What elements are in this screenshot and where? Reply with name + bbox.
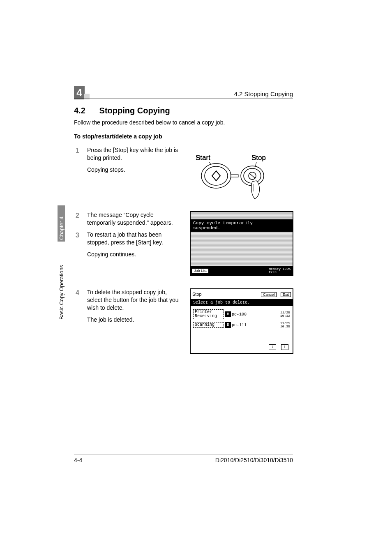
step-text: Copying stops.	[87, 166, 182, 174]
lcd-instruction: Select a job to delete.	[191, 299, 293, 306]
memory-value: 100%	[283, 267, 291, 271]
lcd-message: Copy cycle temporarily suspended.	[191, 219, 293, 232]
footer-rule	[74, 454, 293, 454]
lcd-title: Stop	[192, 292, 202, 297]
job-name: pc-111	[232, 323, 247, 327]
section-subheading: To stop/restart/delete a copy job	[74, 133, 162, 140]
step-text: The job is deleted.	[87, 316, 182, 324]
step-2: 2 The message “Copy cycle temporarily su…	[76, 211, 182, 227]
step-number: 3	[76, 231, 85, 240]
svg-point-1	[205, 166, 228, 185]
section-number: 4.2	[74, 106, 97, 115]
step-number: 4	[76, 288, 85, 297]
job-status-line: Scanning	[195, 323, 222, 327]
step-text: Copying continues.	[87, 251, 182, 258]
header-section-path: 4.2 Stopping Copying	[234, 90, 293, 97]
job-status: Scanning	[193, 322, 224, 328]
job-time: 10:32	[280, 314, 290, 318]
lcd-mid-hatch	[191, 232, 293, 266]
step-number: 1	[76, 146, 85, 155]
job-datetime: 11/25 10:32	[280, 311, 290, 318]
step-text: The message “Copy cycle temporarily susp…	[87, 211, 182, 227]
section-heading: 4.2 Stopping Copying	[74, 106, 170, 115]
start-button-label: Start	[196, 154, 210, 162]
job-datetime: 11/25 10:35	[280, 322, 290, 328]
chapter-number: 4	[74, 86, 85, 99]
job-type-icon: B	[225, 311, 231, 317]
memory-indicator: Memory 100% Free	[268, 267, 291, 274]
list-separator	[193, 340, 290, 340]
job-time: 10:35	[280, 325, 290, 328]
step-4: 4 To delete the stopped copy job, select…	[76, 288, 182, 324]
lcd-message-line2: suspended.	[193, 226, 290, 230]
page: 4 4.2 Stopping Copying 4.2 Stopping Copy…	[0, 0, 392, 555]
step-3: 3 To restart a job that has been stopped…	[76, 231, 182, 258]
figure-lcd-suspended: Copy cycle temporarily suspended. Job Li…	[190, 211, 293, 276]
job-status-line: Receiving	[195, 314, 222, 318]
figure-start-stop-buttons: Start Stop Start Stop	[187, 152, 277, 201]
job-status: Printer Receiving	[193, 309, 224, 319]
section-intro: Follow the procedure described below to …	[74, 119, 225, 126]
job-name: pc-100	[232, 312, 247, 317]
scroll-down-button[interactable]: ↓	[269, 344, 276, 350]
job-row[interactable]: Printer Receiving B pc-100 11/25 10:32	[193, 309, 290, 319]
figure-lcd-delete-job: Stop Cancel Exit Select a job to delete.…	[190, 288, 293, 354]
step-number: 2	[76, 211, 85, 220]
svg-rect-2	[231, 175, 238, 177]
step-text: Press the [Stop] key while the job is be…	[87, 146, 182, 162]
job-row[interactable]: Scanning B pc-111 11/25 10:35	[193, 322, 290, 328]
job-type-icon: B	[225, 322, 231, 328]
step-text: To restart a job that has been stopped, …	[87, 231, 182, 246]
cancel-button[interactable]: Cancel	[261, 292, 277, 297]
scroll-up-button[interactable]: ↑	[281, 344, 288, 350]
lcd-message-line1: Copy cycle temporarily	[193, 221, 290, 226]
sidebar-chapter-label: Chapter 4	[58, 216, 65, 240]
header-rule	[74, 99, 293, 99]
lcd-top-hatch	[191, 212, 293, 219]
step-text: To delete the stopped copy job, select t…	[87, 288, 182, 312]
job-list-button[interactable]: Job List	[192, 268, 209, 273]
model-list: Di2010/Di2510/Di3010/Di3510	[215, 457, 293, 463]
section-title: Stopping Copying	[99, 106, 170, 115]
stop-button-label: Stop	[251, 154, 266, 162]
step-1: 1 Press the [Stop] key while the job is …	[76, 146, 182, 174]
page-number: 4-4	[74, 457, 82, 463]
memory-free: Free	[269, 270, 277, 274]
sidebar-book-label: Basic Copy Operations	[58, 265, 65, 320]
chapter-badge: 4	[74, 86, 90, 99]
exit-button[interactable]: Exit	[281, 292, 291, 297]
